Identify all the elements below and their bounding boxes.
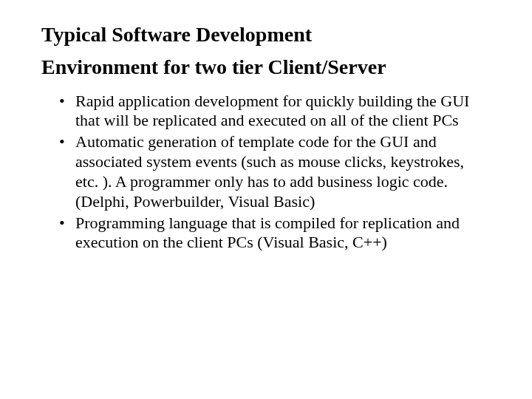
list-item: Programming language that is compiled fo… bbox=[59, 214, 491, 253]
heading-line-2: Environment for two tier Client/Server bbox=[41, 53, 491, 81]
bullet-list: Rapid application development for quickl… bbox=[41, 92, 491, 253]
list-item: Rapid application development for quickl… bbox=[59, 92, 491, 132]
heading-line-1: Typical Software Development bbox=[41, 21, 491, 49]
list-item: Automatic generation of template code fo… bbox=[59, 132, 491, 211]
